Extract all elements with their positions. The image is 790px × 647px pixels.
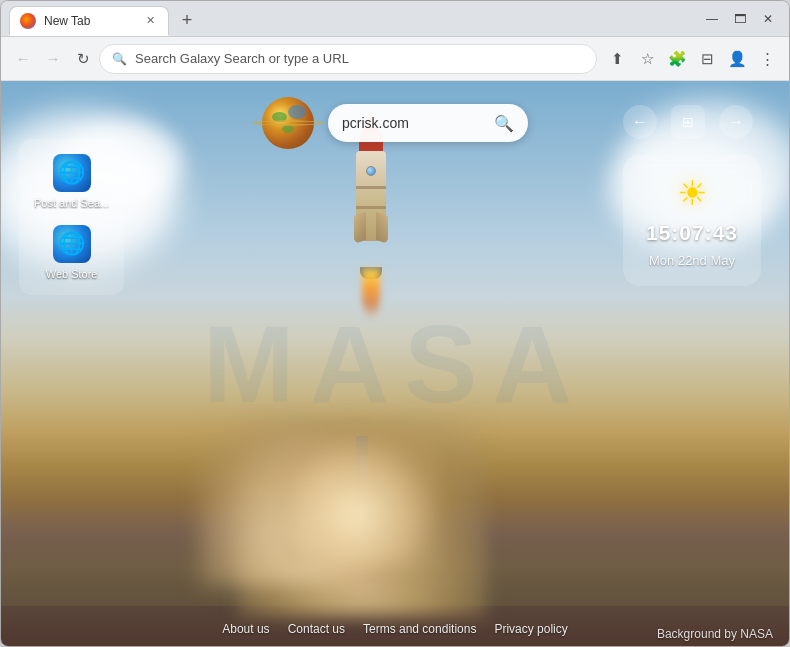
shortcut-post-label: Post and Sea...: [34, 197, 109, 209]
omnibox-text: Search Galaxy Search or type a URL: [135, 51, 584, 66]
background-credit: Background by NASA: [657, 624, 773, 644]
new-tab-button[interactable]: +: [173, 6, 201, 34]
planet-body: [262, 97, 314, 149]
sun-icon: ☀: [677, 173, 707, 213]
extensions-icon[interactable]: 🧩: [663, 45, 691, 73]
clock-widget: ☀ 15:07:43 Mon 22nd May: [623, 155, 761, 286]
reload-button[interactable]: ↻: [69, 45, 97, 73]
shortcut-item-webstore[interactable]: 🌐 Web Store: [29, 220, 114, 285]
rocket-flame: [362, 269, 380, 319]
page-content: MASA pcrisk.com 🔍: [1, 81, 789, 646]
clock-date: Mon 22nd May: [649, 253, 735, 268]
title-bar: New Tab ✕ + — 🗖 ✕: [1, 1, 789, 37]
shortcut-post-icon: 🌐: [53, 154, 91, 192]
nav-left-arrow[interactable]: ←: [623, 105, 657, 139]
tab-title: New Tab: [44, 14, 134, 28]
menu-icon[interactable]: ⋮: [753, 45, 781, 73]
minimize-button[interactable]: —: [699, 6, 725, 32]
rocket-wing-left: [354, 212, 366, 244]
search-submit-icon[interactable]: 🔍: [494, 114, 514, 133]
rocket-stripe: [356, 186, 386, 189]
toolbar-icons: ⬆ ☆ 🧩 ⊟ 👤 ⋮: [603, 45, 781, 73]
footer-link-terms[interactable]: Terms and conditions: [363, 622, 476, 636]
window-controls: — 🗖 ✕: [699, 6, 781, 32]
browser-window: New Tab ✕ + — 🗖 ✕ ← → ↻ 🔍 Search Galaxy …: [0, 0, 790, 647]
footer-link-privacy[interactable]: Privacy policy: [494, 622, 567, 636]
shortcut-webstore-label: Web Store: [46, 268, 98, 280]
shortcut-item-post[interactable]: 🌐 Post and Sea...: [29, 149, 114, 214]
smoke-mid: [277, 436, 437, 566]
background-credit-text: Background by NASA: [657, 624, 773, 644]
clock-time: 15:07:43: [646, 221, 738, 245]
share-icon[interactable]: ⬆: [603, 45, 631, 73]
restore-button[interactable]: 🗖: [727, 6, 753, 32]
footer-link-about[interactable]: About us: [222, 622, 269, 636]
tab-favicon: [20, 13, 36, 29]
search-widget: pcrisk.com 🔍: [262, 97, 528, 149]
shortcut-webstore-icon: 🌐: [53, 225, 91, 263]
bookmark-icon[interactable]: ☆: [633, 45, 661, 73]
rocket-window: [366, 166, 376, 176]
back-button[interactable]: ←: [9, 45, 37, 73]
rocket-stripe-2: [356, 206, 386, 209]
rocket-wing-right: [376, 212, 388, 244]
tab-close-button[interactable]: ✕: [142, 13, 158, 29]
planet-continent-1: [272, 112, 287, 122]
planet-continent-2: [282, 125, 294, 133]
nav-grid-icon[interactable]: ⊞: [671, 105, 705, 139]
profile-icon[interactable]: 👤: [723, 45, 751, 73]
planet-logo[interactable]: [262, 97, 314, 149]
footer-link-contact[interactable]: Contact us: [288, 622, 345, 636]
address-bar: ← → ↻ 🔍 Search Galaxy Search or type a U…: [1, 37, 789, 81]
active-tab[interactable]: New Tab ✕: [9, 6, 169, 36]
tab-grid-icon[interactable]: ⊟: [693, 45, 721, 73]
search-box[interactable]: pcrisk.com 🔍: [328, 104, 528, 142]
nav-arrows: ← ⊞ →: [623, 105, 753, 139]
planet-ocean: [288, 105, 306, 119]
search-box-value: pcrisk.com: [342, 115, 484, 131]
omnibox[interactable]: 🔍 Search Galaxy Search or type a URL: [99, 44, 597, 74]
close-button[interactable]: ✕: [755, 6, 781, 32]
search-icon: 🔍: [112, 52, 127, 66]
tab-strip: New Tab ✕ +: [9, 1, 699, 36]
shortcuts-panel: 🌐 Post and Sea... 🌐 Web Store: [19, 139, 124, 295]
forward-button[interactable]: →: [39, 45, 67, 73]
nav-right-arrow[interactable]: →: [719, 105, 753, 139]
